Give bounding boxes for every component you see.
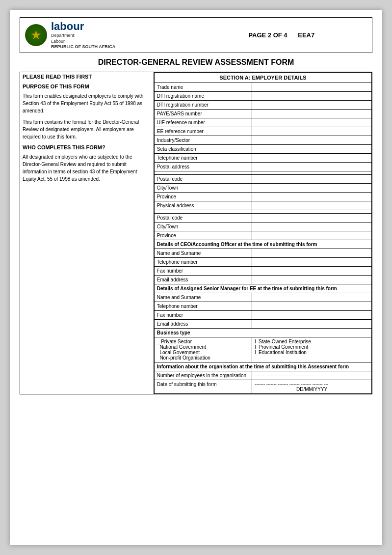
field-value[interactable] <box>252 101 372 110</box>
who-header: WHO COMPLETES THIS FORM? <box>23 144 151 150</box>
purpose-text1: This form enables designated employers t… <box>23 92 151 114</box>
field-label: EE reference number <box>154 127 252 136</box>
table-row: Name and Surname <box>154 249 371 258</box>
table-row: Trade name <box>154 83 371 92</box>
date-label: Date of submitting this form <box>154 380 252 394</box>
manager-telephone-label: Telephone number <box>154 302 252 311</box>
section-a-title: SECTION A: EMPLOYER DETAILS <box>154 73 371 83</box>
field-value[interactable] <box>252 311 372 320</box>
field-value[interactable] <box>252 320 372 329</box>
field-label: Postal address <box>154 163 252 171</box>
table-row: Name and Surname <box>154 293 371 302</box>
logo-icon <box>25 24 47 46</box>
field-value[interactable] <box>252 184 372 193</box>
dd-mm-yyyy: DD/MM/YYYY <box>255 387 369 392</box>
table-row: Email address <box>154 320 371 329</box>
field-label: Province <box>154 193 252 201</box>
employees-label: Number of employees in the organisation <box>154 371 252 380</box>
field-value[interactable] <box>252 231 372 240</box>
left-column: PLEASE READ THIS FIRST PURPOSE OF THIS F… <box>20 72 154 394</box>
table-row: DTI registration number <box>154 101 371 110</box>
ceo-section-header-row: Details of CEO/Accounting Officer at the… <box>154 240 371 249</box>
field-value[interactable] <box>252 258 372 267</box>
telephone-label: Telephone number <box>154 154 252 163</box>
who-text: All designated employers who are subject… <box>23 153 151 183</box>
field-value[interactable] <box>252 92 372 101</box>
field-value[interactable] <box>252 276 372 284</box>
table-row: Telephone number <box>154 258 371 267</box>
field-label <box>154 171 252 175</box>
table-row: Email address <box>154 276 371 284</box>
field-value[interactable] <box>252 293 372 302</box>
business-type-row: _ Private Sector National Government Loc… <box>154 337 371 362</box>
field-value[interactable]: ------- ------- ------- ------- ------- … <box>252 380 372 394</box>
table-row: Industry/Sector <box>154 136 371 145</box>
please-read-header: PLEASE READ THIS FIRST <box>23 74 151 80</box>
table-row: Seta classification <box>154 145 371 154</box>
field-value[interactable] <box>252 163 372 171</box>
field-label: UIF reference number <box>154 118 252 127</box>
field-label <box>154 210 252 214</box>
field-value[interactable] <box>252 145 372 154</box>
table-row: Province <box>154 231 371 240</box>
field-value[interactable] <box>252 136 372 145</box>
table-row: Postal code <box>154 175 371 184</box>
table-row: Fax number <box>154 267 371 276</box>
table-row: Physical address <box>154 201 371 210</box>
field-value[interactable] <box>252 267 372 276</box>
field-value[interactable] <box>252 175 372 184</box>
field-value[interactable]: ------- ------- ------- ------- -------- <box>252 371 372 380</box>
header: labour Department: Labour REPUBLIC OF SO… <box>20 17 372 53</box>
field-label: Trade name <box>154 83 252 92</box>
ceo-telephone-label: Telephone number <box>154 258 252 267</box>
field-value[interactable] <box>252 154 372 163</box>
field-value[interactable] <box>252 201 372 210</box>
field-label: Name and Surname <box>154 249 252 258</box>
field-value[interactable] <box>252 214 372 222</box>
field-value[interactable] <box>252 127 372 136</box>
field-value[interactable] <box>252 302 372 311</box>
purpose-header: PURPOSE OF THIS FORM <box>23 83 151 89</box>
main-table: PLEASE READ THIS FIRST PURPOSE OF THIS F… <box>20 72 372 394</box>
field-label: Physical address <box>154 201 252 210</box>
field-value[interactable] <box>252 222 372 231</box>
table-row: Postal address <box>154 163 371 171</box>
field-label: Postal code <box>154 214 252 222</box>
field-value[interactable] <box>252 171 372 175</box>
date-dashes: ------- ------- ------- ------- ------- … <box>255 382 369 387</box>
city-town-label: City/Town <box>154 184 252 193</box>
dept-labour-label: labour <box>51 20 115 33</box>
field-value[interactable] <box>252 193 372 201</box>
table-row: DTI registration name <box>154 92 371 101</box>
table-row: Number of employees in the organisation … <box>154 371 371 380</box>
info-note: Information about the organisation at th… <box>154 362 371 371</box>
info-note-row: Information about the organisation at th… <box>154 362 371 371</box>
field-label: Province <box>154 231 252 240</box>
table-row: City/Town <box>154 184 371 193</box>
field-label: Postal code <box>154 175 252 184</box>
field-value[interactable] <box>252 118 372 127</box>
business-type-right: l State-Owned Enterprise l Provincial Go… <box>252 337 372 362</box>
dashed-placeholder: ------- ------- ------- ------- -------- <box>255 373 313 378</box>
field-value[interactable] <box>252 83 372 92</box>
page-title: DIRECTOR-GENERAL REVIEW ASSESSMENT FORM <box>20 58 372 67</box>
field-label: Seta classification <box>154 145 252 154</box>
section-a-header-row: SECTION A: EMPLOYER DETAILS <box>154 73 371 83</box>
logo-area: labour Department: Labour REPUBLIC OF SO… <box>25 20 196 50</box>
table-row: Province <box>154 193 371 201</box>
table-row: PAYE/SARS number <box>154 110 371 118</box>
city-town-physical-label: City/Town <box>154 222 252 231</box>
field-value[interactable] <box>252 110 372 118</box>
table-row: EE reference number <box>154 127 371 136</box>
section-a-table: SECTION A: EMPLOYER DETAILS Trade name D… <box>154 72 372 394</box>
ceo-section-header: Details of CEO/Accounting Officer at the… <box>154 240 371 249</box>
table-row <box>154 171 371 175</box>
manager-section-header: Details of Assigned Senior Manager for E… <box>154 284 371 293</box>
field-value[interactable] <box>252 210 372 214</box>
table-row <box>154 210 371 214</box>
business-type-left: _ Private Sector National Government Loc… <box>154 337 252 362</box>
table-row: Postal code <box>154 214 371 222</box>
manager-section-header-row: Details of Assigned Senior Manager for E… <box>154 284 371 293</box>
page: labour Department: Labour REPUBLIC OF SO… <box>10 10 382 545</box>
field-value[interactable] <box>252 249 372 258</box>
